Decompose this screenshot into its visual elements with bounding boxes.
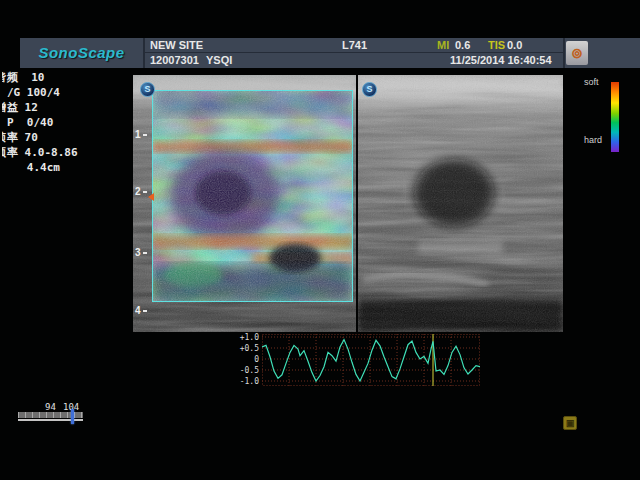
focus-marker-icon [148,193,154,201]
mi-label: MI [437,39,449,51]
bmode-image-panel [358,75,563,332]
tis-label: TIS [488,39,505,51]
soft-label: soft [584,77,599,87]
param-frequency: 频率 4.0-8.86 [2,145,78,160]
mi-value: 0.6 [455,39,470,51]
depth-tick [143,252,147,254]
cine-scrubber-handle[interactable] [71,409,74,424]
depth-marker-1: 1 [135,129,147,140]
cine-status-icon: ▣ [563,416,577,430]
graph-ytick: +1.0 [230,333,259,342]
depth-tick [143,191,147,193]
tis-value: 0.0 [507,39,522,51]
parameter-panel: 谐频 10 /G 100/4 增益 12 P 0/40 帧率 70 频率 4.0… [2,70,78,175]
brand-block: SonoScape [20,38,145,68]
elasto-colorbar [611,82,619,152]
elastography-image-panel [133,75,356,332]
depth-marker-4: 4 [135,305,147,316]
brand-logo: SonoScape [38,44,124,61]
probe-icon: ⊚ [566,41,588,65]
depth-scale: 1 2 3 4 [135,75,151,332]
strain-curve [262,340,480,381]
depth-marker-3: 3 [135,247,147,258]
bmode-image [358,75,563,332]
param-power: P 0/40 [2,115,78,130]
datetime: 11/25/2014 16:40:54 [450,54,552,66]
depth-marker-2: 2 [135,186,147,197]
header-bar: SonoScape NEW SITE L741 MI 0.6 TIS 0.0 1… [20,38,640,68]
param-harmonic-freq: 谐频 10 [2,70,78,85]
header-divider-right [563,38,565,68]
param-dynamic-gain: /G 100/4 [2,85,78,100]
probe-model: L741 [342,39,367,51]
graph-ytick: 0 [230,355,259,364]
header-divider [145,52,563,53]
strain-curve-graph [262,334,480,386]
param-gain: 增益 12 [2,100,78,115]
param-depth: 4.4cm [2,160,78,175]
elastography-image [133,75,356,332]
hard-label: hard [584,135,602,145]
param-frame-rate: 帧率 70 [2,130,78,145]
graph-ytick: +0.5 [230,344,259,353]
patient-id: 12007301 [150,54,199,66]
hospital-name: NEW SITE [150,39,203,51]
graph-ytick: -1.0 [230,377,259,386]
sonoscape-badge-right: S [362,82,377,97]
depth-tick [143,310,147,312]
operator-name: YSQI [206,54,232,66]
depth-tick [143,134,147,136]
graph-ytick: -0.5 [230,366,259,375]
cine-frame-current: 94 [45,402,56,412]
ultrasound-screen: SonoScape NEW SITE L741 MI 0.6 TIS 0.0 1… [0,0,640,480]
